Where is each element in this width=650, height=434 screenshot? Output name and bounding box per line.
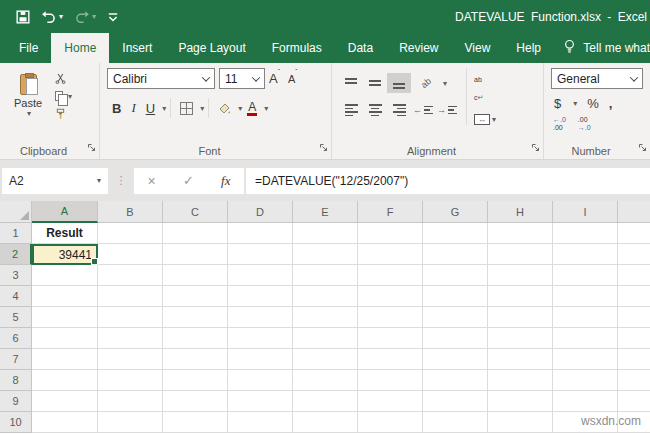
cell-B6[interactable] <box>98 328 163 349</box>
align-top-icon[interactable] <box>339 73 363 93</box>
cell-A2[interactable]: 39441 <box>32 244 98 265</box>
cell-D6[interactable] <box>228 328 293 349</box>
borders-dropdown-icon[interactable]: ▾ <box>200 104 204 113</box>
cell-B9[interactable] <box>98 391 163 412</box>
cell-E4[interactable] <box>293 286 358 307</box>
cell-E7[interactable] <box>293 349 358 370</box>
column-header-H[interactable]: H <box>488 201 553 223</box>
cell-A1[interactable]: Result <box>32 223 98 244</box>
accounting-dropdown-icon[interactable]: ▾ <box>573 99 577 108</box>
cell-G3[interactable] <box>423 265 488 286</box>
cell-F6[interactable] <box>358 328 423 349</box>
cell-I9[interactable] <box>553 391 618 412</box>
paste-button[interactable]: Paste ▾ <box>7 72 49 118</box>
cell-F9[interactable] <box>358 391 423 412</box>
cell-partial-2[interactable] <box>618 244 650 265</box>
cell-F10[interactable] <box>358 412 423 433</box>
cell-C4[interactable] <box>163 286 228 307</box>
cell-H5[interactable] <box>488 307 553 328</box>
cell-F5[interactable] <box>358 307 423 328</box>
cell-D2[interactable] <box>228 244 293 265</box>
cell-A10[interactable] <box>32 412 98 433</box>
cell-B10[interactable] <box>98 412 163 433</box>
select-all-button[interactable] <box>0 201 32 223</box>
row-header-7[interactable]: 7 <box>0 349 32 370</box>
cell-G2[interactable] <box>423 244 488 265</box>
cell-D1[interactable] <box>228 223 293 244</box>
name-box-dropdown-icon[interactable]: ▾ <box>97 176 101 185</box>
bold-button[interactable]: B <box>107 98 126 118</box>
cell-E3[interactable] <box>293 265 358 286</box>
row-header-1[interactable]: 1 <box>0 223 32 244</box>
orientation-dropdown-icon[interactable]: ▾ <box>443 79 447 88</box>
tab-formulas[interactable]: Formulas <box>259 33 335 63</box>
cell-A8[interactable] <box>32 370 98 391</box>
column-header-partial[interactable] <box>618 201 650 223</box>
cancel-icon[interactable]: × <box>148 173 156 189</box>
cell-D3[interactable] <box>228 265 293 286</box>
wrap-text-icon[interactable]: abc↵ <box>474 68 483 104</box>
row-header-6[interactable]: 6 <box>0 328 32 349</box>
cell-partial-9[interactable] <box>618 391 650 412</box>
cell-D7[interactable] <box>228 349 293 370</box>
tab-page-layout[interactable]: Page Layout <box>165 33 258 63</box>
cell-H9[interactable] <box>488 391 553 412</box>
cell-E5[interactable] <box>293 307 358 328</box>
column-header-F[interactable]: F <box>358 201 423 223</box>
align-bottom-icon[interactable] <box>387 73 411 93</box>
copy-button[interactable]: ▾ <box>55 89 72 103</box>
cell-B3[interactable] <box>98 265 163 286</box>
cell-E9[interactable] <box>293 391 358 412</box>
decrease-decimal-icon[interactable]: .00→.0 <box>578 116 591 133</box>
cell-G1[interactable] <box>423 223 488 244</box>
tab-home[interactable]: Home <box>51 33 109 63</box>
cell-G4[interactable] <box>423 286 488 307</box>
comma-style-icon[interactable]: , <box>609 96 613 111</box>
column-header-I[interactable]: I <box>553 201 618 223</box>
cell-B4[interactable] <box>98 286 163 307</box>
cell-partial-6[interactable] <box>618 328 650 349</box>
increase-font-size-icon[interactable]: Aˆ <box>265 71 284 86</box>
cell-E8[interactable] <box>293 370 358 391</box>
save-icon[interactable] <box>16 10 30 24</box>
cell-H3[interactable] <box>488 265 553 286</box>
column-header-C[interactable]: C <box>163 201 228 223</box>
column-header-E[interactable]: E <box>293 201 358 223</box>
cell-D4[interactable] <box>228 286 293 307</box>
accounting-format-icon[interactable]: $ <box>554 94 561 112</box>
undo-dropdown-icon[interactable]: ▾ <box>59 12 63 21</box>
cell-C10[interactable] <box>163 412 228 433</box>
enter-icon[interactable]: ✓ <box>183 173 194 188</box>
cell-C3[interactable] <box>163 265 228 286</box>
cell-G8[interactable] <box>423 370 488 391</box>
cell-F4[interactable] <box>358 286 423 307</box>
cell-A4[interactable] <box>32 286 98 307</box>
cell-B7[interactable] <box>98 349 163 370</box>
cell-H10[interactable] <box>488 412 553 433</box>
cell-D8[interactable] <box>228 370 293 391</box>
cut-button[interactable] <box>55 71 72 85</box>
cell-F2[interactable] <box>358 244 423 265</box>
tab-view[interactable]: View <box>452 33 504 63</box>
column-header-A[interactable]: A <box>32 201 98 223</box>
column-header-D[interactable]: D <box>228 201 293 223</box>
clipboard-dialog-launcher-icon[interactable] <box>87 138 96 156</box>
undo-button[interactable]: ▾ <box>41 10 63 23</box>
cell-I3[interactable] <box>553 265 618 286</box>
cell-B8[interactable] <box>98 370 163 391</box>
align-middle-icon[interactable] <box>363 73 387 93</box>
format-painter-button[interactable] <box>55 107 72 121</box>
cell-F3[interactable] <box>358 265 423 286</box>
cell-C7[interactable] <box>163 349 228 370</box>
cell-partial-8[interactable] <box>618 370 650 391</box>
cell-partial-1[interactable] <box>618 223 650 244</box>
cell-D10[interactable] <box>228 412 293 433</box>
cell-D5[interactable] <box>228 307 293 328</box>
cell-I4[interactable] <box>553 286 618 307</box>
cell-I6[interactable] <box>553 328 618 349</box>
row-header-4[interactable]: 4 <box>0 286 32 307</box>
percent-style-icon[interactable]: % <box>587 96 599 111</box>
cell-H2[interactable] <box>488 244 553 265</box>
customize-quick-access-icon[interactable] <box>107 11 119 23</box>
cell-C1[interactable] <box>163 223 228 244</box>
